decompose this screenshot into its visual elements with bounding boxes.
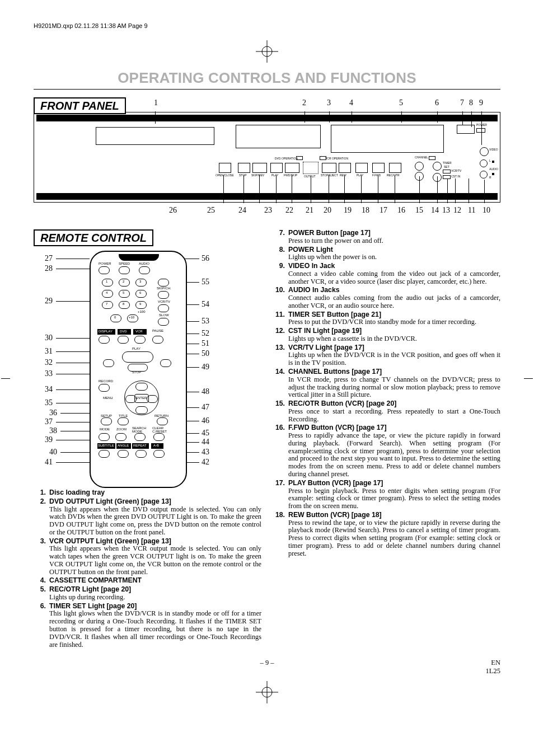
page-number: – 9 – bbox=[90, 659, 444, 675]
registration-mark-bottom bbox=[34, 681, 500, 706]
crop-mark-right bbox=[524, 378, 533, 379]
remote-body: POWER SPEED AUDIO 1 2 3 4 5 6 7 8 9 bbox=[90, 251, 187, 488]
desc-list-left: 1.Disc loading tray 2.DVD OUTPUT Light (… bbox=[34, 489, 261, 649]
page-footer: – 9 – EN 1L25 bbox=[34, 659, 500, 675]
front-panel-label: FRONT PANEL bbox=[34, 97, 126, 114]
registration-mark-top bbox=[34, 40, 500, 65]
title-rule bbox=[34, 89, 500, 90]
crop-mark-left bbox=[1, 378, 10, 379]
file-header-line: H9201MD.qxp 02.11.28 11:38 AM Page 9 bbox=[34, 22, 500, 29]
footer-code-1l25: 1L25 bbox=[486, 667, 500, 675]
remote-control-label: REMOTE CONTROL bbox=[34, 229, 153, 246]
front-panel-figure: POWER VIDEO L R AUDIO DVD OPERATION VCR … bbox=[34, 112, 500, 203]
footer-code-en: EN bbox=[491, 659, 500, 666]
page-title: OPERATING CONTROLS AND FUNCTIONS bbox=[34, 69, 500, 87]
desc-list-right: 7.POWER Button [page 17]Press to turn th… bbox=[273, 229, 500, 650]
left-column: REMOTE CONTROL 27 28 29 30 31 32 33 34 3… bbox=[34, 229, 261, 650]
remote-control-figure: 27 28 29 30 31 32 33 34 35 36 37 38 39 4… bbox=[34, 248, 261, 489]
